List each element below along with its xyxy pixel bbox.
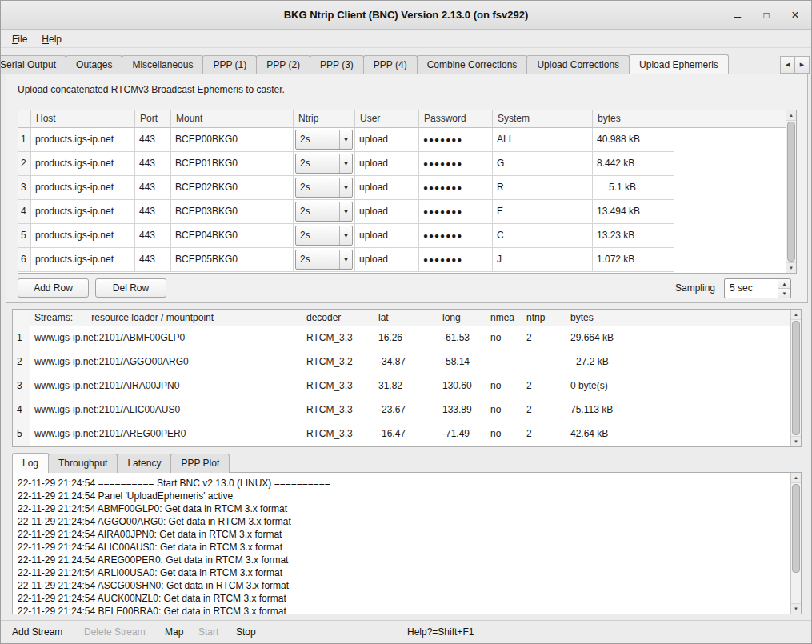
- stream-row[interactable]: 4 www.igs-ip.net:2101/ALIC00AUS0 RTCM_3.…: [13, 398, 790, 422]
- mount-cell[interactable]: BCEP05BKG0: [171, 248, 294, 272]
- system-cell[interactable]: C: [493, 224, 593, 248]
- system-cell[interactable]: ALL: [493, 128, 593, 152]
- header-lat[interactable]: lat: [374, 310, 438, 326]
- stream-row[interactable]: 5 www.igs-ip.net:2101/AREG00PER0 RTCM_3.…: [13, 422, 790, 446]
- ntrip-version-select[interactable]: 2s ▼: [295, 250, 353, 270]
- user-cell[interactable]: upload: [355, 200, 419, 224]
- port-cell[interactable]: 443: [135, 128, 171, 152]
- header-system[interactable]: System: [493, 110, 593, 128]
- tab-ppp-plot[interactable]: PPP Plot: [170, 454, 230, 473]
- host-cell[interactable]: products.igs-ip.net: [31, 248, 135, 272]
- password-cell[interactable]: ●●●●●●●: [419, 248, 493, 272]
- system-cell[interactable]: E: [493, 200, 593, 224]
- tab-latency[interactable]: Latency: [117, 454, 171, 473]
- port-cell[interactable]: 443: [135, 200, 171, 224]
- tab-ppp-4[interactable]: PPP (4): [363, 55, 418, 74]
- scroll-down-icon[interactable]: ▼: [791, 603, 801, 614]
- port-cell[interactable]: 443: [135, 248, 171, 272]
- header-ntrip[interactable]: Ntrip: [294, 110, 355, 128]
- header-bytes[interactable]: bytes: [566, 310, 790, 326]
- tab-miscellaneous[interactable]: Miscellaneous: [122, 55, 203, 74]
- scrollbar-thumb[interactable]: [787, 122, 795, 262]
- stream-row[interactable]: 1 www.igs-ip.net:2101/ABMF00GLP0 RTCM_3.…: [13, 326, 790, 350]
- stream-row[interactable]: 3 www.igs-ip.net:2101/AIRA00JPN0 RTCM_3.…: [13, 374, 790, 398]
- password-cell[interactable]: ●●●●●●●: [419, 176, 493, 200]
- header-bytes[interactable]: bytes: [593, 110, 674, 128]
- spin-up-icon[interactable]: ▲: [778, 279, 790, 289]
- header-host[interactable]: Host: [31, 110, 135, 128]
- user-cell[interactable]: upload: [355, 176, 419, 200]
- header-password[interactable]: Password: [419, 110, 493, 128]
- host-cell[interactable]: products.igs-ip.net: [31, 128, 135, 152]
- table-vertical-scrollbar[interactable]: ▲ ▼: [786, 110, 796, 273]
- user-cell[interactable]: upload: [355, 224, 419, 248]
- scroll-up-icon[interactable]: ▲: [786, 110, 796, 121]
- stream-row[interactable]: 2 www.igs-ip.net:2101/AGGO00ARG0 RTCM_3.…: [13, 350, 790, 374]
- system-cell[interactable]: R: [493, 176, 593, 200]
- scrollbar-track[interactable]: [786, 121, 796, 262]
- port-cell[interactable]: 443: [135, 176, 171, 200]
- sampling-spinbox[interactable]: 5 sec ▲ ▼: [724, 278, 791, 298]
- mount-cell[interactable]: BCEP04BKG0: [171, 224, 294, 248]
- menu-file[interactable]: File: [6, 32, 34, 46]
- password-cell[interactable]: ●●●●●●●: [419, 224, 493, 248]
- scroll-up-icon[interactable]: ▲: [791, 310, 801, 320]
- header-nmea[interactable]: nmea: [486, 310, 522, 326]
- password-cell[interactable]: ●●●●●●●: [419, 128, 493, 152]
- minimize-icon[interactable]: –: [728, 6, 747, 25]
- scrollbar-thumb[interactable]: [792, 321, 800, 435]
- user-cell[interactable]: upload: [355, 128, 419, 152]
- port-cell[interactable]: 443: [135, 152, 171, 176]
- scroll-up-icon[interactable]: ▲: [791, 473, 801, 483]
- host-cell[interactable]: products.igs-ip.net: [31, 224, 135, 248]
- tab-ppp-2[interactable]: PPP (2): [256, 55, 310, 74]
- host-cell[interactable]: products.igs-ip.net: [31, 152, 135, 176]
- tab-outages[interactable]: Outages: [66, 55, 122, 74]
- maximize-icon[interactable]: □: [757, 6, 776, 25]
- tab-log[interactable]: Log: [12, 453, 49, 473]
- mount-cell[interactable]: BCEP03BKG0: [171, 200, 294, 224]
- user-cell[interactable]: upload: [355, 152, 419, 176]
- scroll-down-icon[interactable]: ▼: [786, 262, 796, 273]
- password-cell[interactable]: ●●●●●●●: [419, 152, 493, 176]
- tab-serial-output[interactable]: Serial Output: [1, 55, 66, 74]
- ntrip-version-select[interactable]: 2s ▼: [295, 154, 353, 174]
- port-cell[interactable]: 443: [135, 224, 171, 248]
- host-cell[interactable]: products.igs-ip.net: [31, 200, 135, 224]
- tab-scroll-right-icon[interactable]: ▶: [794, 56, 810, 74]
- tab-upload-corrections[interactable]: Upload Corrections: [526, 55, 630, 74]
- scrollbar-track[interactable]: [791, 320, 801, 436]
- scroll-down-icon[interactable]: ▼: [791, 436, 801, 446]
- header-mount[interactable]: Mount: [171, 110, 294, 128]
- menu-help[interactable]: Help: [35, 32, 68, 46]
- spin-down-icon[interactable]: ▼: [778, 289, 790, 298]
- header-long[interactable]: long: [438, 310, 486, 326]
- header-port[interactable]: Port: [135, 110, 171, 128]
- ntrip-version-select[interactable]: 2s ▼: [295, 178, 353, 198]
- tab-combine-corrections[interactable]: Combine Corrections: [417, 55, 528, 74]
- ntrip-version-select[interactable]: 2s ▼: [295, 130, 353, 150]
- stop-button[interactable]: Stop: [236, 621, 256, 644]
- header-ntrip[interactable]: ntrip: [522, 310, 566, 326]
- tab-scroll-left-icon[interactable]: ◀: [780, 56, 795, 74]
- tab-throughput[interactable]: Throughput: [48, 454, 118, 473]
- tab-ppp-1[interactable]: PPP (1): [202, 55, 257, 74]
- add-row-button[interactable]: Add Row: [18, 278, 89, 298]
- header-streams[interactable]: Streams: resource loader / mountpoint: [30, 310, 302, 326]
- header-user[interactable]: User: [355, 110, 419, 128]
- streams-vertical-scrollbar[interactable]: ▲ ▼: [790, 310, 801, 446]
- mount-cell[interactable]: BCEP02BKG0: [171, 176, 294, 200]
- host-cell[interactable]: products.igs-ip.net: [31, 176, 135, 200]
- add-stream-button[interactable]: Add Stream: [12, 621, 62, 644]
- scrollbar-track[interactable]: [791, 483, 801, 603]
- ntrip-version-select[interactable]: 2s ▼: [295, 202, 353, 222]
- scrollbar-thumb[interactable]: [792, 484, 800, 573]
- del-row-button[interactable]: Del Row: [95, 278, 166, 298]
- log-vertical-scrollbar[interactable]: ▲ ▼: [790, 473, 801, 614]
- mount-cell[interactable]: BCEP01BKG0: [171, 152, 294, 176]
- user-cell[interactable]: upload: [355, 248, 419, 272]
- password-cell[interactable]: ●●●●●●●: [419, 200, 493, 224]
- system-cell[interactable]: J: [493, 248, 593, 272]
- system-cell[interactable]: G: [493, 152, 593, 176]
- tab-ppp-3[interactable]: PPP (3): [310, 55, 364, 74]
